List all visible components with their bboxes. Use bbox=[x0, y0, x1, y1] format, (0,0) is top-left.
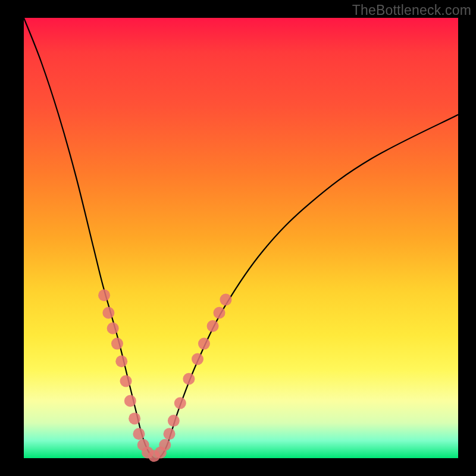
chart-canvas: TheBottleneck.com bbox=[0, 0, 476, 476]
bottleneck-curve bbox=[24, 18, 458, 459]
data-dot bbox=[168, 415, 180, 427]
data-dot bbox=[192, 353, 203, 365]
data-dot bbox=[214, 307, 226, 319]
data-dot bbox=[120, 375, 132, 387]
data-dot bbox=[129, 412, 140, 424]
data-dot bbox=[183, 373, 195, 385]
data-dot bbox=[107, 322, 119, 334]
dots-group bbox=[98, 289, 231, 462]
watermark-text: TheBottleneck.com bbox=[352, 2, 471, 18]
data-dot bbox=[159, 439, 171, 451]
data-dot bbox=[111, 338, 123, 350]
data-dot bbox=[133, 428, 145, 440]
data-dot bbox=[220, 294, 231, 306]
data-dot bbox=[174, 397, 186, 409]
data-dot bbox=[207, 320, 219, 332]
curve-group bbox=[24, 18, 458, 459]
plot-area bbox=[24, 18, 458, 458]
data-dot bbox=[124, 395, 136, 407]
data-dot bbox=[102, 307, 114, 319]
data-dot bbox=[115, 355, 127, 367]
chart-svg bbox=[24, 18, 458, 458]
data-dot bbox=[198, 338, 210, 350]
data-dot bbox=[98, 289, 110, 301]
data-dot bbox=[164, 428, 176, 440]
